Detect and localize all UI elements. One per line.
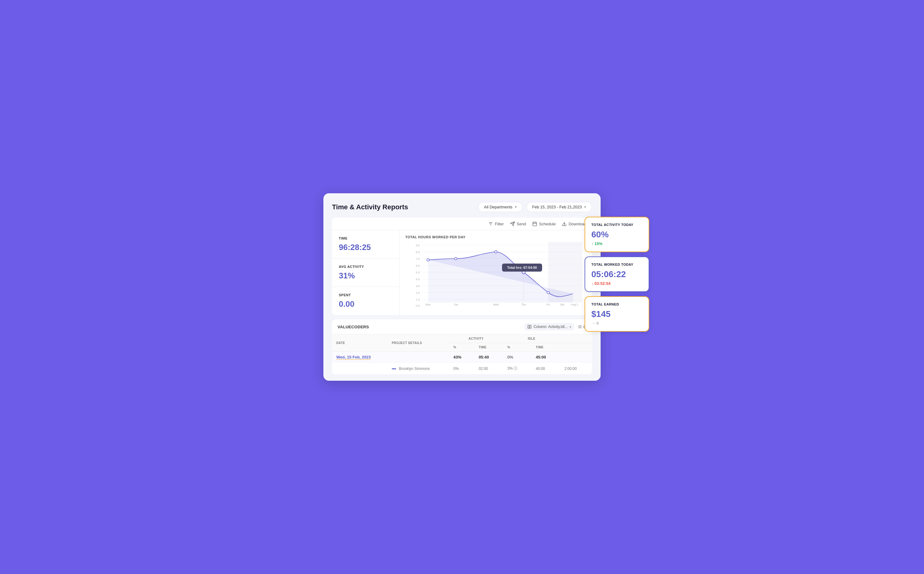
svg-rect-5 <box>533 222 537 226</box>
right-cards: TOTAL ACTIVITY TODAY 60% ↑ 15% TOTAL WOR… <box>585 217 649 332</box>
data-table: DATE PROJECT DETAILS ACTIVITY IDLE % TIM… <box>332 334 592 375</box>
col-project-details: PROJECT DETAILS <box>387 334 449 352</box>
sub-idle-time: 40:00 <box>531 363 560 375</box>
activity-card-sub: ↑ 15% <box>591 241 643 246</box>
main-container: Time & Activity Reports All Departments … <box>324 193 600 381</box>
color-bar <box>392 368 396 369</box>
download-icon <box>562 221 567 226</box>
table-row: Brooklyn Simmons 0% 02:00 3% ⓘ 40:00 2:0… <box>332 363 592 375</box>
departments-dropdown[interactable]: All Departments ▾ <box>478 202 522 212</box>
chart-title: TOTAL HOURS WORKED PER DAY <box>405 235 586 239</box>
activity-card-value: 60% <box>591 230 643 240</box>
svg-text:Wed: Wed <box>493 303 499 306</box>
time-value: 96:28:25 <box>339 243 393 252</box>
avg-activity-value: 31% <box>339 271 393 281</box>
avg-activity-stat-card: AVG ACTIVITY 31% <box>332 259 399 287</box>
send-icon <box>510 221 515 226</box>
filter-icon <box>488 221 493 226</box>
col-date: DATE <box>332 334 387 352</box>
send-button[interactable]: Send <box>510 221 526 226</box>
col-idle-pct: % <box>503 343 531 352</box>
time-stat-card: TIME 96:28:25 <box>332 230 399 259</box>
chart-svg: 9.0 8.0 7.0 6.0 5.0 4.0 3.0 2.0 1.0 0.0 <box>405 242 586 307</box>
filter-button[interactable]: Filter <box>488 221 504 226</box>
col-activity-time: TIME <box>474 343 503 352</box>
earned-card-sub: → 0 <box>591 321 643 326</box>
svg-text:Thu: Thu <box>521 303 526 306</box>
svg-text:Aug 2: Aug 2 <box>558 306 566 307</box>
table-controls: Column: Activity,Idl... ▾ G <box>524 323 586 330</box>
col-group-activity: ACTIVITY <box>449 334 503 343</box>
download-button[interactable]: Download <box>562 221 586 226</box>
svg-text:Sat: Sat <box>560 303 564 306</box>
idle-pct-cell: 0% <box>503 352 531 363</box>
employee-name-cell: Brooklyn Simmons <box>387 363 449 375</box>
svg-point-31 <box>455 257 457 260</box>
spent-label: SPENT <box>339 293 393 297</box>
time-label: TIME <box>339 237 393 240</box>
page-title: Time & Activity Reports <box>332 203 408 211</box>
activity-time-cell: 05:40 <box>474 352 503 363</box>
total-worked-card: TOTAL WORKED TODAY 05:06:22 ↓ 03:52:54 <box>585 257 649 292</box>
table-header: DATE PROJECT DETAILS ACTIVITY IDLE <box>332 334 592 343</box>
svg-text:Tue: Tue <box>453 303 458 306</box>
sub-activity-pct: 0% <box>449 363 474 375</box>
svg-text:Total hrs: 67:54:00: Total hrs: 67:54:00 <box>507 266 537 270</box>
svg-text:Aug 3: Aug 3 <box>571 303 578 306</box>
svg-text:5.0: 5.0 <box>416 271 420 274</box>
header-controls: All Departments ▾ Feb 15, 2023 - Feb 21,… <box>478 202 592 212</box>
table-body: Wed, 15 Feb, 2023 43% 05:40 0% 45:00 Bro… <box>332 352 592 375</box>
date-cell: Wed, 15 Feb, 2023 <box>332 352 387 363</box>
svg-point-30 <box>427 259 429 261</box>
svg-text:4.0: 4.0 <box>416 278 420 281</box>
col-activity-pct: % <box>449 343 474 352</box>
toolbar: Filter Send Schedule Download <box>332 218 592 230</box>
table-section-label: VALUECODERS <box>338 325 369 329</box>
svg-text:Aug 1: Aug 1 <box>545 306 552 307</box>
svg-text:9.0: 9.0 <box>416 244 420 247</box>
activity-card-title: TOTAL ACTIVITY TODAY <box>591 223 643 227</box>
sub-idle-pct: 3% ⓘ <box>503 363 531 375</box>
svg-point-32 <box>495 251 497 253</box>
earned-card-value: $145 <box>591 309 643 319</box>
chart-svg-wrap: 9.0 8.0 7.0 6.0 5.0 4.0 3.0 2.0 1.0 0.0 <box>405 242 586 308</box>
svg-text:Jul 30: Jul 30 <box>492 306 500 307</box>
chevron-down-icon: ▾ <box>584 205 586 209</box>
date-range-dropdown[interactable]: Feb 15, 2023 - Feb 21,2023 ▾ <box>526 202 592 212</box>
spent-stat-card: SPENT 0.00 <box>332 287 399 315</box>
page-header: Time & Activity Reports All Departments … <box>332 202 592 212</box>
schedule-button[interactable]: Schedule <box>532 221 556 226</box>
content-area: TIME 96:28:25 AVG ACTIVITY 31% SPENT 0.0… <box>332 230 592 315</box>
sub-activity-time: 02:00 <box>474 363 503 375</box>
group-icon <box>578 325 582 329</box>
chevron-down-icon: ▾ <box>569 325 571 329</box>
svg-text:6.0: 6.0 <box>416 264 420 267</box>
worked-card-sub: ↓ 03:52:54 <box>591 281 643 286</box>
table-header-row: VALUECODERS Column: Activity,Idl... ▾ G <box>332 319 592 334</box>
svg-text:Jul 28: Jul 28 <box>424 306 432 307</box>
svg-text:Jul 31: Jul 31 <box>520 306 527 307</box>
svg-text:Jul 29: Jul 29 <box>452 306 460 307</box>
svg-text:Mon: Mon <box>425 303 431 306</box>
col-idle-time: TIME <box>531 343 560 352</box>
left-stats: TIME 96:28:25 AVG ACTIVITY 31% SPENT 0.0… <box>332 230 400 315</box>
worked-card-title: TOTAL WORKED TODAY <box>591 263 643 266</box>
svg-text:Fri: Fri <box>547 303 550 306</box>
calendar-icon <box>532 221 537 226</box>
chart-area: TOTAL HOURS WORKED PER DAY 9.0 8.0 7.0 6… <box>400 230 592 315</box>
column-dropdown[interactable]: Column: Activity,Idl... ▾ <box>524 323 574 330</box>
chevron-down-icon: ▾ <box>515 205 517 209</box>
total-activity-card: TOTAL ACTIVITY TODAY 60% ↑ 15% <box>585 217 649 252</box>
svg-rect-52 <box>530 325 531 329</box>
svg-text:8.0: 8.0 <box>416 251 420 254</box>
table-row: Wed, 15 Feb, 2023 43% 05:40 0% 45:00 <box>332 352 592 363</box>
svg-point-34 <box>547 291 550 294</box>
columns-icon <box>527 325 532 329</box>
svg-text:3.0: 3.0 <box>416 285 420 288</box>
worked-card-value: 05:06:22 <box>591 270 643 279</box>
idle-time-cell: 45:00 <box>531 352 560 363</box>
svg-text:1.0: 1.0 <box>416 298 420 301</box>
sub-idle-time2: 2:00:00 <box>560 363 592 375</box>
activity-pct-cell: 43% <box>449 352 474 363</box>
col-group-idle: IDLE <box>503 334 560 343</box>
